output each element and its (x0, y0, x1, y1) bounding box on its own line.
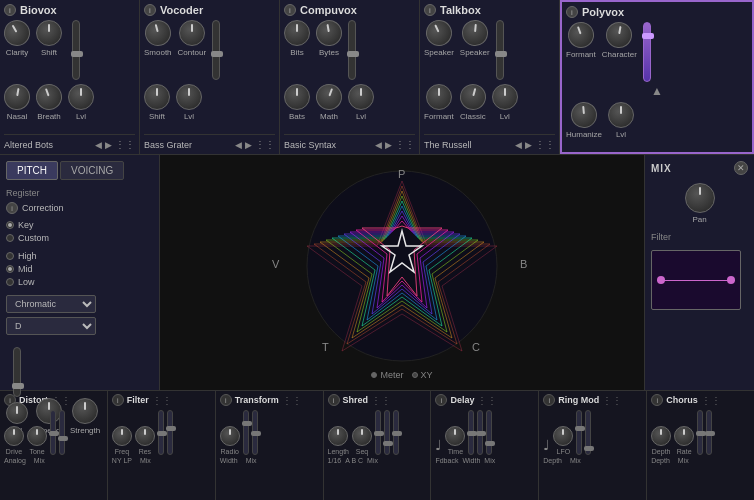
shred-slider1[interactable] (375, 410, 381, 455)
transform-info-btn[interactable]: i (220, 394, 232, 406)
tone-knob[interactable] (27, 426, 47, 446)
chorus-depth-knob[interactable] (651, 426, 671, 446)
delay-mix-thumb[interactable] (485, 441, 495, 446)
strength-knob[interactable] (72, 398, 98, 424)
compuvox-prev-btn[interactable]: ◀ (375, 140, 382, 150)
tab-voicing[interactable]: VOICING (60, 161, 124, 180)
ringmod-slider[interactable] (576, 410, 582, 455)
filter-slider[interactable] (158, 410, 164, 455)
xy-radio[interactable]: XY (412, 370, 433, 380)
chorus-mix-thumb[interactable] (705, 431, 715, 436)
shred-thumb1[interactable] (374, 431, 384, 436)
vocoder-slider[interactable] (212, 20, 220, 80)
talkbox-slider[interactable] (496, 20, 504, 80)
biovox-lvl-knob[interactable] (68, 84, 94, 110)
bytes-knob[interactable] (314, 18, 344, 48)
distort-mix-slider[interactable] (59, 410, 65, 455)
custom-radio[interactable]: Custom (6, 233, 153, 243)
chorus-info-btn[interactable]: i (651, 394, 663, 406)
ringmod-mix-slider[interactable] (585, 410, 591, 455)
delay-dots[interactable]: ⋮⋮ (477, 395, 497, 406)
rate-knob[interactable] (674, 426, 694, 446)
pitch-lvl-thumb[interactable] (12, 383, 24, 389)
delay-slider1[interactable] (468, 410, 474, 455)
formant-poly-knob[interactable] (564, 18, 597, 51)
pitch-lvl-slider[interactable] (13, 347, 21, 397)
transform-mix-thumb[interactable] (251, 431, 261, 436)
compuvox-slider[interactable] (348, 20, 356, 80)
time-knob[interactable] (445, 426, 465, 446)
freq-knob[interactable] (112, 426, 132, 446)
character-knob[interactable] (604, 20, 634, 50)
polyvox-info-btn[interactable]: i (566, 6, 578, 18)
vocoder-next-btn[interactable]: ▶ (245, 140, 252, 150)
shift-knob[interactable] (36, 20, 62, 46)
bats-knob[interactable] (284, 84, 310, 110)
filter-dot-left[interactable] (657, 276, 665, 284)
high-radio[interactable]: High (6, 251, 153, 261)
tab-pitch[interactable]: PITCH (6, 161, 58, 180)
shred-dots[interactable]: ⋮⋮ (371, 395, 391, 406)
mix-close-btn[interactable]: ✕ (734, 161, 748, 175)
compuvox-slider-thumb[interactable] (347, 51, 359, 57)
formant-talk-knob[interactable] (426, 84, 452, 110)
biovox-slider-thumb[interactable] (71, 51, 83, 57)
transform-thumb[interactable] (242, 421, 252, 426)
shred-mix-thumb[interactable] (392, 431, 402, 436)
talkbox-info-btn[interactable]: i (424, 4, 436, 16)
polyvox-up-arrow[interactable]: ▲ (566, 84, 748, 98)
delay-thumb2[interactable] (476, 431, 486, 436)
key-radio[interactable]: Key (6, 220, 153, 230)
chorus-mix-slider[interactable] (706, 410, 712, 455)
biovox-next-btn[interactable]: ▶ (105, 140, 112, 150)
correction-icon[interactable]: i (6, 202, 18, 214)
drive-knob[interactable] (4, 426, 24, 446)
compuvox-menu-btn[interactable]: ⋮⋮ (395, 139, 415, 150)
distort-slider[interactable] (50, 410, 56, 455)
biovox-info-btn[interactable]: i (4, 4, 16, 16)
mid-radio[interactable]: Mid (6, 264, 153, 274)
key-dropdown[interactable]: D (6, 317, 96, 335)
voc-lvl-knob[interactable] (176, 84, 202, 110)
shred-mix-slider[interactable] (393, 410, 399, 455)
breath-knob[interactable] (32, 80, 65, 113)
polyvox-slider-thumb[interactable] (642, 33, 654, 39)
distort-slider-thumb[interactable] (49, 431, 59, 436)
shred-thumb2[interactable] (383, 441, 393, 446)
clarity-knob[interactable] (0, 15, 35, 51)
pan-knob[interactable] (685, 183, 715, 213)
nasal-knob[interactable] (2, 82, 32, 112)
filter-dots[interactable]: ⋮⋮ (152, 395, 172, 406)
ringmod-info-btn[interactable]: i (543, 394, 555, 406)
voc-shift-knob[interactable] (144, 84, 170, 110)
low-radio[interactable]: Low (6, 277, 153, 287)
biovox-prev-btn[interactable]: ◀ (95, 140, 102, 150)
comp-lvl-knob[interactable] (348, 84, 374, 110)
ringmod-dots[interactable]: ⋮⋮ (602, 395, 622, 406)
classic-knob[interactable] (457, 81, 489, 113)
chromatic-dropdown[interactable]: Chromatic (6, 295, 96, 313)
transform-slider[interactable] (243, 410, 249, 455)
biovox-slider[interactable] (72, 20, 80, 80)
compuvox-next-btn[interactable]: ▶ (385, 140, 392, 150)
speaker1-knob[interactable] (422, 16, 457, 51)
vocoder-slider-thumb[interactable] (211, 51, 223, 57)
ringmod-thumb[interactable] (575, 426, 585, 431)
talk-lvl-knob[interactable] (492, 84, 518, 110)
radio-knob[interactable] (220, 426, 240, 446)
vocoder-prev-btn[interactable]: ◀ (235, 140, 242, 150)
shred-info-btn[interactable]: i (328, 394, 340, 406)
smooth-knob[interactable] (142, 17, 174, 49)
bits-knob[interactable] (284, 20, 310, 46)
res-knob[interactable] (135, 426, 155, 446)
talkbox-next-btn[interactable]: ▶ (525, 140, 532, 150)
filter-mix-slider[interactable] (167, 410, 173, 455)
transform-dots[interactable]: ⋮⋮ (282, 395, 302, 406)
filter-mix-thumb[interactable] (166, 426, 176, 431)
talkbox-menu-btn[interactable]: ⋮⋮ (535, 139, 555, 150)
talkbox-slider-thumb[interactable] (495, 51, 507, 57)
filter-info-btn[interactable]: i (112, 394, 124, 406)
pitch-lvl-knob[interactable] (6, 402, 28, 424)
humanize-knob[interactable] (570, 101, 598, 129)
speaker2-knob[interactable] (461, 19, 489, 47)
